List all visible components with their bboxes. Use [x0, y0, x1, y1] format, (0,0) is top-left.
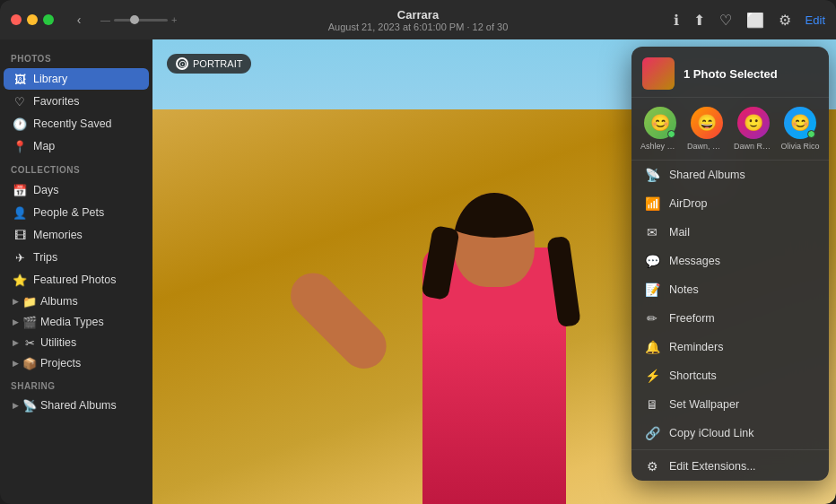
share-popup-title: 1 Photo Selected [684, 67, 778, 81]
shortcuts-menu-label: Shortcuts [669, 369, 717, 382]
share-contacts-row: 😊 Ashley Rico 😄 Dawn, Olivi...hers 🙂 Daw… [631, 98, 829, 161]
share-menu-shared-albums[interactable]: 📡 Shared Albums [631, 161, 829, 189]
contact-name-dawn-r: Dawn Ramirez [734, 142, 773, 151]
sidebar-item-favorites-label: Favorites [33, 95, 79, 108]
share-icon[interactable]: ⬆ [693, 12, 705, 29]
contact-olivia-rico[interactable]: 😊 Olivia Rico [780, 107, 820, 151]
share-menu-messages[interactable]: 💬 Messages [631, 247, 829, 275]
airdrop-menu-label: AirDrop [669, 197, 707, 210]
sidebar-item-utilities-label: Utilities [40, 336, 76, 349]
shared-albums-icon: 📡 [22, 398, 37, 413]
days-icon: 📅 [13, 183, 27, 197]
sidebar-item-featured-photos-label: Featured Photos [33, 274, 116, 286]
sidebar-item-people-pets[interactable]: 👤 People & Pets [4, 202, 149, 223]
utilities-icon: ✂ [22, 335, 37, 350]
trips-icon: ✈ [13, 250, 27, 265]
portrait-icon: ⊙ [176, 57, 188, 70]
minimize-button[interactable] [27, 14, 38, 25]
contact-avatar-dawn-o: 😄 [691, 107, 723, 139]
close-button[interactable] [11, 14, 22, 25]
utilities-expand-arrow: ▶ [13, 338, 19, 347]
sidebar-item-library-label: Library [33, 73, 67, 85]
photos-section-label: Photos [0, 47, 152, 67]
sidebar-item-featured-photos[interactable]: ⭐ Featured Photos [4, 269, 149, 291]
media-types-expand-arrow: ▶ [13, 317, 19, 326]
photo-area: ⊙ PORTRAIT 1 Photo Selected 😊 [152, 39, 836, 504]
contact-avatar-dawn-r: 🙂 [737, 107, 770, 139]
portrait-badge-label: PORTRAIT [193, 58, 242, 69]
people-pets-icon: 👤 [13, 205, 27, 220]
person-figure [360, 109, 629, 504]
sidebar-item-trips[interactable]: ✈ Trips [4, 247, 149, 268]
sidebar-item-favorites[interactable]: ♡ Favorites [4, 91, 149, 112]
traffic-lights [11, 14, 54, 25]
memories-icon: 🎞 [13, 228, 27, 242]
airdrop-menu-icon: 📶 [644, 196, 660, 212]
sidebar-item-days[interactable]: 📅 Days [4, 179, 149, 201]
shared-albums-menu-icon: 📡 [644, 167, 660, 183]
sidebar-item-recently-saved-label: Recently Saved [33, 117, 112, 130]
crop-icon[interactable]: ⬜ [746, 12, 764, 29]
contact-name-ashley: Ashley Rico [640, 142, 680, 151]
online-indicator [667, 130, 675, 138]
adjust-icon[interactable]: ⚙ [779, 12, 791, 29]
share-menu-notes[interactable]: 📝 Notes [631, 275, 829, 304]
share-popup-header: 1 Photo Selected [631, 47, 829, 98]
sidebar-item-media-types-label: Media Types [40, 316, 104, 328]
shared-albums-menu-label: Shared Albums [669, 169, 745, 181]
sidebar-item-memories-label: Memories [33, 229, 83, 241]
sidebar-item-projects-label: Projects [40, 357, 81, 369]
messages-menu-icon: 💬 [644, 253, 660, 269]
share-menu-freeform[interactable]: ✏ Freeform [631, 304, 829, 333]
sidebar-item-media-types[interactable]: ▶ 🎬 Media Types [4, 312, 149, 332]
sidebar-item-days-label: Days [33, 184, 58, 196]
sidebar-item-albums-label: Albums [40, 295, 78, 308]
projects-expand-arrow: ▶ [13, 359, 19, 368]
contact-avatar-olivia: 😊 [784, 107, 816, 139]
share-menu-shortcuts[interactable]: ⚡ Shortcuts [631, 361, 829, 390]
edit-button[interactable]: Edit [806, 13, 825, 27]
info-icon[interactable]: ℹ [674, 12, 679, 29]
app-window: ‹ — + Carrara August 21, 2023 at 6:01:00… [0, 0, 836, 504]
favorites-icon: ♡ [13, 94, 27, 109]
share-menu-reminders[interactable]: 🔔 Reminders [631, 333, 829, 361]
share-menu-airdrop[interactable]: 📶 AirDrop [631, 189, 829, 218]
sidebar-item-map-label: Map [33, 140, 55, 152]
share-menu-edit-extensions[interactable]: ⚙ Edit Extensions... [631, 452, 829, 481]
window-subtitle: August 21, 2023 at 6:01:00 PM · 12 of 30 [328, 22, 509, 32]
sidebar-item-library[interactable]: 🖼 Library [4, 68, 149, 90]
share-menu-mail[interactable]: ✉ Mail [631, 218, 829, 247]
zoom-slider[interactable] [114, 19, 168, 22]
sidebar-item-shared-albums[interactable]: ▶ 📡 Shared Albums [4, 395, 149, 415]
contact-name-dawn-o: Dawn, Olivi...hers [687, 142, 727, 151]
wallpaper-menu-label: Set Wallpaper [669, 398, 739, 411]
contact-dawn-ramirez[interactable]: 🙂 Dawn Ramirez [734, 107, 773, 151]
share-menu-wallpaper[interactable]: 🖥 Set Wallpaper [631, 390, 829, 419]
back-button[interactable]: ‹ [68, 9, 90, 30]
share-menu-divider [631, 449, 829, 450]
contact-ashley-rico[interactable]: 😊 Ashley Rico [640, 107, 680, 151]
shortcuts-menu-icon: ⚡ [644, 368, 660, 384]
sidebar-item-projects[interactable]: ▶ 📦 Projects [4, 353, 149, 373]
share-thumbnail [642, 57, 675, 90]
favorite-icon[interactable]: ♡ [719, 12, 732, 29]
albums-icon: 📁 [22, 294, 37, 308]
sidebar-item-memories[interactable]: 🎞 Memories [4, 224, 149, 246]
fullscreen-button[interactable] [43, 14, 54, 25]
portrait-badge: ⊙ PORTRAIT [167, 54, 251, 74]
contact-dawn-olivi[interactable]: 😄 Dawn, Olivi...hers [687, 107, 727, 151]
share-menu-copy-icloud[interactable]: 🔗 Copy iCloud Link [631, 419, 829, 448]
sidebar-item-people-pets-label: People & Pets [33, 206, 104, 219]
titlebar: ‹ — + Carrara August 21, 2023 at 6:01:00… [0, 0, 836, 39]
sidebar-item-utilities[interactable]: ▶ ✂ Utilities [4, 333, 149, 352]
edit-extensions-menu-label: Edit Extensions... [669, 460, 756, 473]
wallpaper-menu-icon: 🖥 [644, 396, 660, 413]
sharing-section-label: Sharing [0, 374, 152, 395]
sidebar-item-albums[interactable]: ▶ 📁 Albums [4, 291, 149, 311]
sidebar-item-map[interactable]: 📍 Map [4, 135, 149, 157]
sidebar-item-recently-saved[interactable]: 🕐 Recently Saved [4, 113, 149, 135]
reminders-menu-label: Reminders [669, 341, 723, 353]
collections-section-label: Collections [0, 158, 152, 178]
freeform-menu-label: Freeform [669, 312, 715, 325]
window-title: Carrara [328, 8, 509, 22]
